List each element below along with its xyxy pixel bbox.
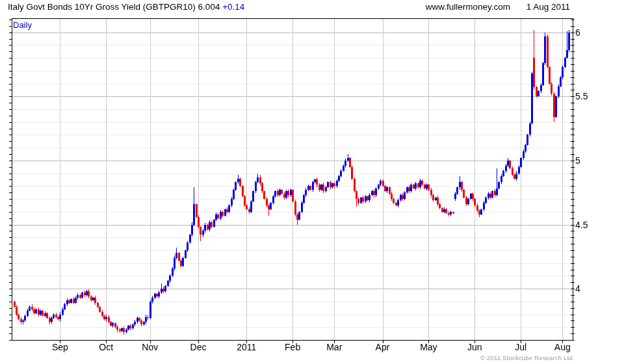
x-axis-label: Sep [52,343,68,352]
chart-title-text: Italy Govt Bonds 10Yr Gross Yield (GBTPG… [8,2,220,12]
x-axis-label: Dec [190,343,207,352]
chart-page: { "header": { "title_main": "Italy Govt … [0,0,624,364]
y-axis-label: 4.5 [575,220,588,229]
x-axis-label: Jun [467,343,482,352]
x-axis-label: Oct [99,343,113,352]
copyright-label: © 2011 Stockcube Research Ltd [480,354,573,361]
date-label: 1 Aug 2011 [526,2,570,12]
frequency-label: Daily [13,20,32,30]
x-axis-label: Mar [326,343,342,352]
site-label: www.fullermoney.com [426,2,510,12]
x-axis-label: Jul [515,343,526,352]
x-axis-label: May [420,343,437,352]
x-axis-label: Nov [142,343,158,352]
x-axis-label: Apr [376,343,390,352]
price-chart-canvas [0,0,624,364]
y-axis-label: 5 [575,156,580,165]
y-axis-label: 5.5 [575,92,588,101]
x-axis-label: 2011 [237,343,256,352]
chart-title: Italy Govt Bonds 10Yr Gross Yield (GBTPG… [8,2,244,12]
y-axis-label: 4 [575,284,580,293]
x-axis-label: Feb [285,343,300,352]
y-axis-label: 6 [575,28,580,37]
price-change-label: +0.14 [222,2,244,12]
x-axis-label: Aug [554,343,571,352]
